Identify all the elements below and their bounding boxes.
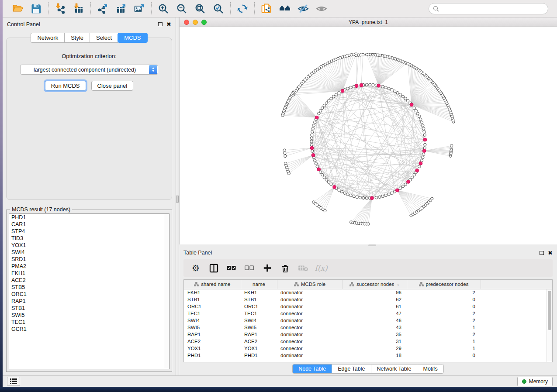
mcds-result-item[interactable]: STB1	[9, 305, 169, 312]
tab-network[interactable]: Network	[31, 33, 64, 43]
mcds-result-item[interactable]: RAP1	[9, 298, 169, 305]
deselect-all-button[interactable]	[244, 263, 255, 273]
memory-button[interactable]: Memory	[517, 377, 553, 386]
node-table[interactable]: shared namenameMCDS rolesuccessor nodes⌄…	[183, 279, 553, 362]
import-network-button[interactable]	[54, 3, 66, 15]
tab-mcds[interactable]: MCDS	[118, 33, 147, 43]
table-row[interactable]: RAP1RAP1dominator352	[184, 331, 552, 338]
table-row[interactable]: ACE2ACE2connector311	[184, 338, 552, 345]
mcds-result-list[interactable]: PHD1CAR1STP4TID3YOX1SWI4SRD1PMA2FKH1ACE2…	[9, 213, 170, 369]
mcds-result-item[interactable]: STB5	[9, 284, 169, 291]
add-button[interactable]	[262, 263, 273, 273]
table-row[interactable]: PHD1PHD1dominator180	[184, 352, 552, 359]
first-neighbors-button[interactable]	[279, 3, 291, 15]
mcds-result-item[interactable]: TID3	[9, 235, 169, 242]
gear-button[interactable]: ⚙	[190, 263, 201, 273]
mcds-result-item[interactable]: SWI5	[9, 312, 169, 319]
criterion-dropdown[interactable]: largest connected component (undirected)…	[20, 65, 158, 75]
attribute-type-icon	[194, 282, 199, 286]
dropdown-stepper-icon: ▲▼	[149, 65, 157, 74]
network-canvas[interactable]	[180, 27, 557, 244]
search-box[interactable]	[429, 3, 548, 14]
mcds-result-item[interactable]: PHD1	[9, 214, 169, 221]
export-image-button[interactable]	[133, 3, 145, 15]
mcds-result-item[interactable]: ORC1	[9, 291, 169, 298]
close-panel-icon[interactable]: ✖	[166, 21, 171, 27]
zoom-out-button[interactable]	[176, 3, 188, 15]
table-row[interactable]: SWI5SWI5connector431	[184, 324, 552, 331]
table-tabs: Node TableEdge TableNetwork TableMotifs	[292, 364, 444, 374]
mcds-result-item[interactable]: FKH1	[9, 270, 169, 277]
column-header-successor-nodes[interactable]: successor nodes⌄	[343, 280, 407, 289]
add-icon	[263, 264, 272, 272]
mcds-result-item[interactable]: PMA2	[9, 263, 169, 270]
refresh-button[interactable]	[236, 3, 249, 15]
delete-button[interactable]	[280, 263, 291, 273]
network-title: YPA_prune.txt_1	[180, 19, 557, 25]
export-network-icon	[97, 3, 108, 14]
clone-network-button[interactable]	[260, 3, 273, 15]
tab-network-table[interactable]: Network Table	[371, 364, 418, 373]
splitter-grip[interactable]	[176, 196, 179, 203]
mcds-result-item[interactable]: ACE2	[9, 277, 169, 284]
horizontal-splitter[interactable]	[179, 244, 557, 246]
vertical-splitter[interactable]	[176, 17, 179, 375]
table-scrollbar[interactable]	[547, 289, 552, 362]
show-all-button[interactable]	[315, 3, 328, 15]
list-scrollbar[interactable]	[164, 214, 169, 369]
task-history-button[interactable]	[7, 377, 20, 386]
network-graph[interactable]	[180, 27, 557, 244]
chevron-down-icon[interactable]: ⌄	[396, 282, 400, 286]
column-header-predecessor-nodes[interactable]: predecessor nodes	[407, 280, 481, 289]
tab-style[interactable]: Style	[64, 33, 90, 43]
open-folder-button[interactable]	[12, 3, 24, 15]
select-all-icon	[227, 263, 236, 273]
tab-edge-table[interactable]: Edge Table	[332, 364, 371, 373]
scrollbar-thumb[interactable]	[548, 291, 551, 330]
hide-selected-button[interactable]	[297, 3, 309, 15]
splitter-grip[interactable]	[368, 244, 376, 246]
float-panel-icon[interactable]	[540, 251, 544, 255]
network-titlebar[interactable]: YPA_prune.txt_1	[180, 17, 557, 27]
clone-network-icon	[261, 3, 272, 14]
mcds-result-item[interactable]: SWI4	[9, 249, 169, 256]
zoom-fit-button[interactable]	[194, 3, 206, 15]
close-panel-button[interactable]: Close panel	[91, 81, 134, 91]
control-panel-title: Control Panel	[7, 21, 40, 28]
save-icon	[31, 3, 42, 14]
delete-table-icon	[298, 264, 308, 272]
mcds-result-item[interactable]: GCR1	[9, 326, 169, 333]
column-header-MCDS-role[interactable]: MCDS role	[277, 280, 343, 289]
table-row[interactable]: YOX1YOX1connector291	[184, 345, 552, 352]
column-header-filler	[481, 280, 552, 289]
table-row[interactable]: TEC1TEC1connector472	[184, 310, 552, 317]
mcds-result-item[interactable]: YOX1	[9, 242, 169, 249]
close-panel-icon[interactable]: ✖	[548, 250, 553, 256]
mcds-result-item[interactable]: STP4	[9, 228, 169, 235]
mcds-result-item[interactable]: SRD1	[9, 256, 169, 263]
columns-button[interactable]	[208, 263, 219, 273]
column-header-name[interactable]: name	[241, 280, 277, 289]
zoom-fit-icon	[194, 3, 206, 14]
run-mcds-button[interactable]: Run MCDS	[45, 81, 86, 91]
table-row[interactable]: ORC1ORC1dominator610	[184, 303, 552, 310]
tab-motifs[interactable]: Motifs	[417, 364, 443, 373]
mcds-result-item[interactable]: CAR1	[9, 221, 169, 228]
export-network-button[interactable]	[97, 3, 109, 15]
zoom-selected-button[interactable]	[212, 3, 225, 15]
import-table-button[interactable]	[73, 3, 85, 15]
select-all-button[interactable]	[226, 263, 237, 273]
tab-node-table[interactable]: Node Table	[293, 364, 332, 373]
column-header-shared-name[interactable]: shared name	[184, 280, 241, 289]
tab-select[interactable]: Select	[90, 33, 118, 43]
table-row[interactable]: STB1STB1dominator620	[184, 296, 552, 303]
float-panel-icon[interactable]	[158, 22, 163, 26]
zoom-in-button[interactable]	[157, 3, 170, 15]
mcds-result-title: MCDS result (17 nodes)	[10, 206, 72, 213]
table-row[interactable]: SWI4SWI4dominator462	[184, 317, 552, 324]
table-row[interactable]: FKH1FKH1dominator962	[184, 289, 552, 296]
search-input[interactable]	[442, 6, 544, 12]
export-table-button[interactable]	[115, 3, 127, 15]
save-button[interactable]	[30, 3, 42, 15]
mcds-result-item[interactable]: TEC1	[9, 319, 169, 326]
